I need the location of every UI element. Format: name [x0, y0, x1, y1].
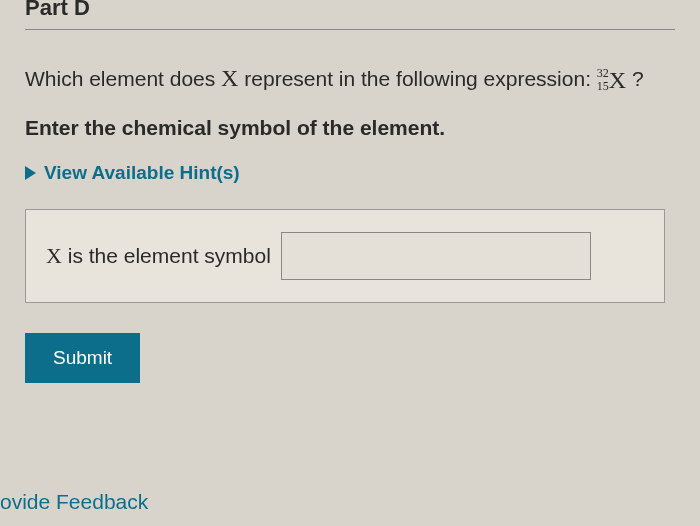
nuclide-atomic: 15 [597, 80, 609, 93]
submit-button[interactable]: Submit [25, 333, 140, 383]
divider [25, 29, 675, 30]
nuclide-symbol: X [609, 67, 626, 93]
part-header: Part D [25, 0, 675, 21]
answer-label: X is the element symbol [46, 243, 271, 269]
q-variable: X [221, 65, 238, 91]
provide-feedback-link[interactable]: ovide Feedback [0, 490, 148, 514]
nuclide-expression: 3215X [597, 62, 626, 98]
instruction-text: Enter the chemical symbol of the element… [25, 116, 675, 140]
hints-toggle[interactable]: View Available Hint(s) [25, 162, 675, 184]
answer-box: X is the element symbol [25, 209, 665, 303]
q-suffix: ? [626, 67, 644, 90]
answer-input[interactable] [281, 232, 591, 280]
caret-right-icon [25, 166, 36, 180]
hints-label: View Available Hint(s) [44, 162, 240, 184]
question-text: Which element does X represent in the fo… [25, 60, 675, 98]
answer-label-var: X [46, 243, 62, 268]
q-middle: represent in the following expression: [238, 67, 596, 90]
q-prefix: Which element does [25, 67, 221, 90]
answer-label-rest: is the element symbol [62, 244, 271, 267]
nuclide-numbers: 3215 [597, 67, 609, 93]
